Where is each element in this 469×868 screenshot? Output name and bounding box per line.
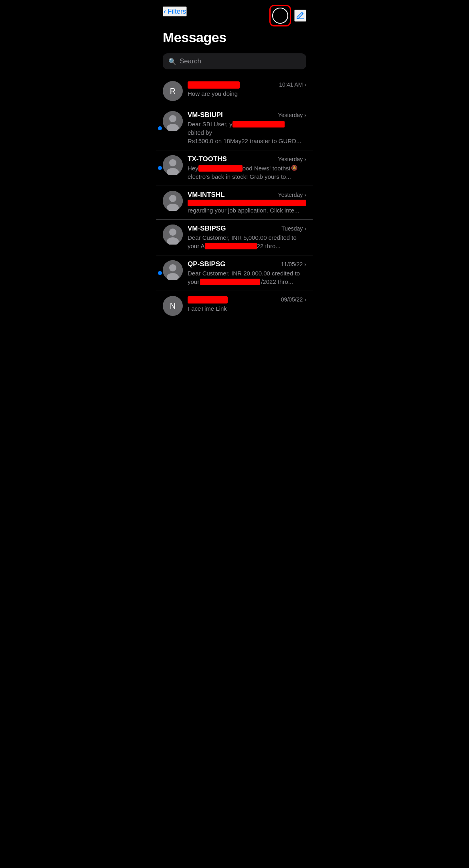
chevron-right-icon: ›: [304, 296, 306, 303]
message-content: 10:41 AM › How are you doing: [188, 81, 306, 98]
avatar-letter: N: [170, 301, 176, 311]
message-time: 11/05/22 ›: [281, 261, 306, 267]
time-label: Tuesday: [281, 225, 303, 232]
sender-name: VM-SBIPSG: [188, 225, 226, 233]
chevron-right-icon: ›: [304, 156, 306, 162]
compose-button[interactable]: [294, 10, 306, 22]
person-icon: [163, 225, 183, 245]
chevron-left-icon: ‹: [164, 7, 166, 16]
svg-point-10: [169, 229, 176, 236]
person-icon: [163, 155, 183, 175]
message-item[interactable]: VM-SBIPSG Tuesday › Dear Customer, INR 5…: [156, 220, 313, 255]
message-time: 10:41 AM ›: [279, 81, 306, 88]
preview-line-2: your A22 thro...: [188, 242, 306, 250]
preview-text: How are you doing: [188, 90, 238, 97]
message-content: VM-INTSHL Yesterday › regarding your job…: [188, 191, 306, 214]
header: ‹ Filters ···: [156, 0, 313, 30]
message-preview: regarding your job application. Click in…: [188, 200, 306, 214]
sender-name-redacted: [188, 81, 240, 89]
preview-line-2: electro's back in stock! Grab yours to..…: [188, 172, 306, 181]
more-button[interactable]: ···: [272, 8, 288, 24]
header-icons: ···: [269, 5, 306, 26]
time-label: 10:41 AM: [279, 81, 303, 88]
svg-point-7: [169, 195, 176, 202]
message-header: 09/05/22 ›: [188, 296, 306, 303]
svg-point-4: [169, 159, 176, 166]
preview-line-2: your/2022 thro...: [188, 277, 306, 286]
search-bar[interactable]: 🔍 Search: [163, 53, 306, 69]
time-label: Yesterday: [278, 156, 303, 162]
preview-line-1: Dear Customer, INR 5,000.00 credited to: [188, 233, 306, 242]
svg-point-1: [169, 115, 176, 122]
page-title: Messages: [163, 30, 306, 45]
message-preview: Heyood News! toothsi 🔕 electro's back in…: [188, 164, 306, 181]
time-label: 11/05/22: [281, 261, 303, 267]
chevron-right-icon: ›: [304, 81, 306, 88]
message-item[interactable]: QP-SBIPSG 11/05/22 › Dear Customer, INR …: [156, 255, 313, 291]
redacted-content: [232, 121, 285, 127]
search-input[interactable]: Search: [180, 57, 201, 65]
message-preview: Dear Customer, INR 20,000.00 credited to…: [188, 269, 306, 286]
chevron-right-icon: ›: [304, 192, 306, 198]
message-time: Yesterday ›: [278, 156, 306, 162]
chevron-right-icon: ›: [304, 112, 306, 118]
message-header: QP-SBIPSG 11/05/22 ›: [188, 260, 306, 268]
redacted-content: [188, 200, 306, 206]
preview-line-1: Dear Customer, INR 20,000.00 credited to: [188, 269, 306, 277]
sender-name: VM-SBIUPI: [188, 111, 223, 119]
avatar-letter: R: [170, 87, 176, 96]
message-header: VM-SBIUPI Yesterday ›: [188, 111, 306, 119]
chevron-right-icon: ›: [304, 261, 306, 267]
more-dots-icon: ···: [277, 12, 283, 19]
sender-name: TX-TOOTHS: [188, 155, 227, 163]
avatar: R: [163, 81, 183, 101]
messages-list: R 10:41 AM › How are you doing: [156, 76, 313, 321]
message-content: VM-SBIPSG Tuesday › Dear Customer, INR 5…: [188, 225, 306, 250]
sender-name: VM-INTSHL: [188, 191, 225, 199]
compose-icon: [295, 10, 305, 21]
message-item[interactable]: TX-TOOTHS Yesterday › Heyood News! tooth…: [156, 150, 313, 186]
avatar: [163, 260, 183, 280]
unread-indicator: [158, 166, 162, 170]
message-item[interactable]: R 10:41 AM › How are you doing: [156, 76, 313, 106]
time-label: 09/05/22: [281, 296, 303, 303]
person-icon: [163, 111, 183, 131]
filters-label: Filters: [168, 8, 186, 16]
avatar: [163, 111, 183, 131]
chevron-right-icon: ›: [304, 225, 306, 232]
message-header: 10:41 AM ›: [188, 81, 306, 89]
filters-button[interactable]: ‹ Filters: [163, 6, 187, 16]
avatar: [163, 191, 183, 211]
avatar: [163, 155, 183, 175]
person-icon: [163, 191, 183, 211]
avatar: N: [163, 296, 183, 316]
message-preview: Dear SBI User, yebited by Rs1500.0 on 18…: [188, 120, 306, 145]
message-item[interactable]: VM-SBIUPI Yesterday › Dear SBI User, yeb…: [156, 106, 313, 150]
message-preview: FaceTime Link: [188, 304, 306, 313]
sender-name: QP-SBIPSG: [188, 260, 225, 268]
time-label: Yesterday: [278, 112, 303, 118]
person-icon: [163, 260, 183, 280]
message-header: TX-TOOTHS Yesterday ›: [188, 155, 306, 163]
svg-point-13: [169, 264, 176, 271]
preview-text: FaceTime Link: [188, 305, 227, 312]
preview-line-1: Heyood News! toothsi 🔕: [188, 164, 306, 172]
message-content: TX-TOOTHS Yesterday › Heyood News! tooth…: [188, 155, 306, 181]
muted-icon: 🔕: [291, 164, 297, 172]
message-content: QP-SBIPSG 11/05/22 › Dear Customer, INR …: [188, 260, 306, 286]
message-item[interactable]: VM-INTSHL Yesterday › regarding your job…: [156, 186, 313, 220]
preview-line-2: regarding your job application. Click in…: [188, 206, 306, 214]
unread-indicator: [158, 126, 162, 130]
page-title-area: Messages: [156, 30, 313, 50]
redacted-content: [198, 165, 243, 172]
message-header: VM-SBIPSG Tuesday ›: [188, 225, 306, 233]
message-item[interactable]: N 09/05/22 › FaceTime Link: [156, 291, 313, 321]
preview-line-2: Rs1500.0 on 18May22 transfer to GURD...: [188, 137, 306, 145]
message-header: VM-INTSHL Yesterday ›: [188, 191, 306, 199]
more-button-wrapper: ···: [269, 5, 291, 26]
message-content: 09/05/22 › FaceTime Link: [188, 296, 306, 313]
redacted-content: [205, 243, 257, 249]
sender-name-redacted: [188, 296, 228, 303]
message-time: Yesterday ›: [278, 112, 306, 118]
unread-indicator: [158, 271, 162, 275]
